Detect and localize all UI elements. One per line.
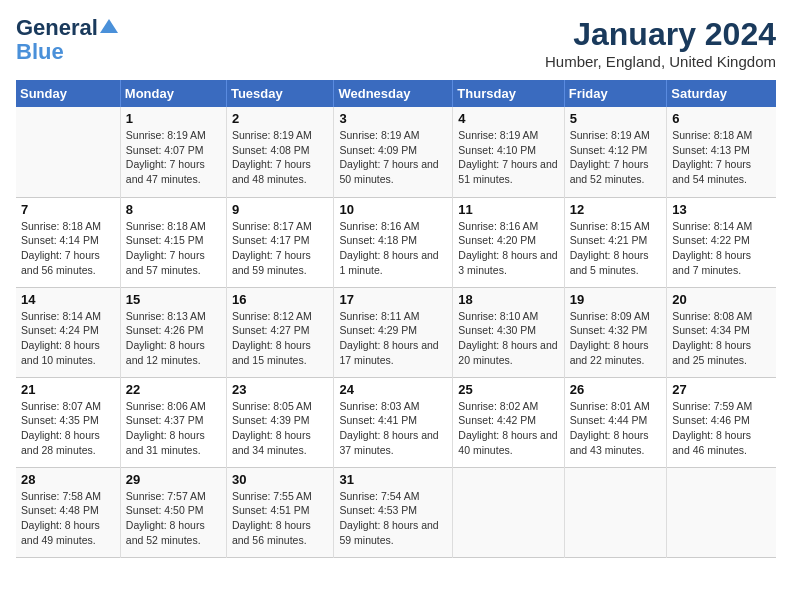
- day-number: 6: [672, 111, 771, 126]
- calendar-cell: 5Sunrise: 8:19 AM Sunset: 4:12 PM Daylig…: [564, 107, 667, 197]
- calendar-cell: [667, 467, 776, 557]
- calendar-cell: [453, 467, 564, 557]
- calendar-cell: 31Sunrise: 7:54 AM Sunset: 4:53 PM Dayli…: [334, 467, 453, 557]
- logo: General Blue: [16, 16, 118, 64]
- day-info: Sunrise: 8:19 AM Sunset: 4:09 PM Dayligh…: [339, 128, 447, 187]
- day-info: Sunrise: 7:58 AM Sunset: 4:48 PM Dayligh…: [21, 489, 115, 548]
- calendar-cell: 11Sunrise: 8:16 AM Sunset: 4:20 PM Dayli…: [453, 197, 564, 287]
- day-info: Sunrise: 8:18 AM Sunset: 4:14 PM Dayligh…: [21, 219, 115, 278]
- logo-icon: [100, 17, 118, 35]
- page-header: General Blue January 2024 Humber, Englan…: [16, 16, 776, 70]
- calendar-cell: 2Sunrise: 8:19 AM Sunset: 4:08 PM Daylig…: [226, 107, 334, 197]
- day-number: 24: [339, 382, 447, 397]
- calendar-cell: 29Sunrise: 7:57 AM Sunset: 4:50 PM Dayli…: [120, 467, 226, 557]
- calendar-cell: 14Sunrise: 8:14 AM Sunset: 4:24 PM Dayli…: [16, 287, 120, 377]
- logo-blue-text: Blue: [16, 40, 64, 64]
- day-number: 23: [232, 382, 329, 397]
- calendar-cell: 18Sunrise: 8:10 AM Sunset: 4:30 PM Dayli…: [453, 287, 564, 377]
- day-info: Sunrise: 8:19 AM Sunset: 4:10 PM Dayligh…: [458, 128, 558, 187]
- day-number: 10: [339, 202, 447, 217]
- calendar-cell: 17Sunrise: 8:11 AM Sunset: 4:29 PM Dayli…: [334, 287, 453, 377]
- calendar-cell: [16, 107, 120, 197]
- day-number: 18: [458, 292, 558, 307]
- day-info: Sunrise: 8:08 AM Sunset: 4:34 PM Dayligh…: [672, 309, 771, 368]
- calendar-cell: 27Sunrise: 7:59 AM Sunset: 4:46 PM Dayli…: [667, 377, 776, 467]
- calendar-cell: 23Sunrise: 8:05 AM Sunset: 4:39 PM Dayli…: [226, 377, 334, 467]
- day-number: 31: [339, 472, 447, 487]
- day-number: 29: [126, 472, 221, 487]
- logo-text: General: [16, 16, 98, 40]
- calendar-cell: 13Sunrise: 8:14 AM Sunset: 4:22 PM Dayli…: [667, 197, 776, 287]
- calendar-cell: 24Sunrise: 8:03 AM Sunset: 4:41 PM Dayli…: [334, 377, 453, 467]
- day-info: Sunrise: 8:03 AM Sunset: 4:41 PM Dayligh…: [339, 399, 447, 458]
- calendar-cell: 9Sunrise: 8:17 AM Sunset: 4:17 PM Daylig…: [226, 197, 334, 287]
- calendar-table: SundayMondayTuesdayWednesdayThursdayFrid…: [16, 80, 776, 558]
- week-row-4: 21Sunrise: 8:07 AM Sunset: 4:35 PM Dayli…: [16, 377, 776, 467]
- calendar-cell: 6Sunrise: 8:18 AM Sunset: 4:13 PM Daylig…: [667, 107, 776, 197]
- day-number: 19: [570, 292, 662, 307]
- header-sunday: Sunday: [16, 80, 120, 107]
- location: Humber, England, United Kingdom: [545, 53, 776, 70]
- calendar-cell: 16Sunrise: 8:12 AM Sunset: 4:27 PM Dayli…: [226, 287, 334, 377]
- day-info: Sunrise: 8:19 AM Sunset: 4:08 PM Dayligh…: [232, 128, 329, 187]
- header-wednesday: Wednesday: [334, 80, 453, 107]
- day-number: 5: [570, 111, 662, 126]
- day-number: 8: [126, 202, 221, 217]
- day-info: Sunrise: 8:05 AM Sunset: 4:39 PM Dayligh…: [232, 399, 329, 458]
- day-number: 26: [570, 382, 662, 397]
- day-info: Sunrise: 8:06 AM Sunset: 4:37 PM Dayligh…: [126, 399, 221, 458]
- header-friday: Friday: [564, 80, 667, 107]
- day-info: Sunrise: 8:16 AM Sunset: 4:20 PM Dayligh…: [458, 219, 558, 278]
- day-number: 2: [232, 111, 329, 126]
- day-number: 15: [126, 292, 221, 307]
- calendar-cell: 20Sunrise: 8:08 AM Sunset: 4:34 PM Dayli…: [667, 287, 776, 377]
- calendar-cell: 25Sunrise: 8:02 AM Sunset: 4:42 PM Dayli…: [453, 377, 564, 467]
- day-number: 1: [126, 111, 221, 126]
- day-number: 7: [21, 202, 115, 217]
- calendar-cell: [564, 467, 667, 557]
- day-info: Sunrise: 8:17 AM Sunset: 4:17 PM Dayligh…: [232, 219, 329, 278]
- calendar-cell: 28Sunrise: 7:58 AM Sunset: 4:48 PM Dayli…: [16, 467, 120, 557]
- calendar-header-row: SundayMondayTuesdayWednesdayThursdayFrid…: [16, 80, 776, 107]
- week-row-5: 28Sunrise: 7:58 AM Sunset: 4:48 PM Dayli…: [16, 467, 776, 557]
- day-info: Sunrise: 8:14 AM Sunset: 4:24 PM Dayligh…: [21, 309, 115, 368]
- header-thursday: Thursday: [453, 80, 564, 107]
- svg-marker-0: [100, 19, 118, 33]
- day-info: Sunrise: 8:14 AM Sunset: 4:22 PM Dayligh…: [672, 219, 771, 278]
- day-info: Sunrise: 8:13 AM Sunset: 4:26 PM Dayligh…: [126, 309, 221, 368]
- calendar-cell: 4Sunrise: 8:19 AM Sunset: 4:10 PM Daylig…: [453, 107, 564, 197]
- day-number: 9: [232, 202, 329, 217]
- header-monday: Monday: [120, 80, 226, 107]
- day-info: Sunrise: 8:02 AM Sunset: 4:42 PM Dayligh…: [458, 399, 558, 458]
- calendar-cell: 19Sunrise: 8:09 AM Sunset: 4:32 PM Dayli…: [564, 287, 667, 377]
- day-number: 30: [232, 472, 329, 487]
- header-tuesday: Tuesday: [226, 80, 334, 107]
- header-saturday: Saturday: [667, 80, 776, 107]
- day-info: Sunrise: 8:01 AM Sunset: 4:44 PM Dayligh…: [570, 399, 662, 458]
- calendar-cell: 10Sunrise: 8:16 AM Sunset: 4:18 PM Dayli…: [334, 197, 453, 287]
- week-row-1: 1Sunrise: 8:19 AM Sunset: 4:07 PM Daylig…: [16, 107, 776, 197]
- calendar-cell: 26Sunrise: 8:01 AM Sunset: 4:44 PM Dayli…: [564, 377, 667, 467]
- calendar-cell: 12Sunrise: 8:15 AM Sunset: 4:21 PM Dayli…: [564, 197, 667, 287]
- week-row-3: 14Sunrise: 8:14 AM Sunset: 4:24 PM Dayli…: [16, 287, 776, 377]
- day-info: Sunrise: 8:12 AM Sunset: 4:27 PM Dayligh…: [232, 309, 329, 368]
- day-info: Sunrise: 8:18 AM Sunset: 4:13 PM Dayligh…: [672, 128, 771, 187]
- day-info: Sunrise: 8:07 AM Sunset: 4:35 PM Dayligh…: [21, 399, 115, 458]
- day-number: 16: [232, 292, 329, 307]
- calendar-cell: 8Sunrise: 8:18 AM Sunset: 4:15 PM Daylig…: [120, 197, 226, 287]
- day-number: 4: [458, 111, 558, 126]
- day-number: 14: [21, 292, 115, 307]
- day-number: 12: [570, 202, 662, 217]
- calendar-cell: 1Sunrise: 8:19 AM Sunset: 4:07 PM Daylig…: [120, 107, 226, 197]
- calendar-cell: 30Sunrise: 7:55 AM Sunset: 4:51 PM Dayli…: [226, 467, 334, 557]
- day-info: Sunrise: 8:16 AM Sunset: 4:18 PM Dayligh…: [339, 219, 447, 278]
- calendar-cell: 22Sunrise: 8:06 AM Sunset: 4:37 PM Dayli…: [120, 377, 226, 467]
- day-info: Sunrise: 8:10 AM Sunset: 4:30 PM Dayligh…: [458, 309, 558, 368]
- calendar-cell: 3Sunrise: 8:19 AM Sunset: 4:09 PM Daylig…: [334, 107, 453, 197]
- title-area: January 2024 Humber, England, United Kin…: [545, 16, 776, 70]
- day-number: 20: [672, 292, 771, 307]
- day-number: 3: [339, 111, 447, 126]
- day-info: Sunrise: 7:55 AM Sunset: 4:51 PM Dayligh…: [232, 489, 329, 548]
- day-info: Sunrise: 8:18 AM Sunset: 4:15 PM Dayligh…: [126, 219, 221, 278]
- day-number: 27: [672, 382, 771, 397]
